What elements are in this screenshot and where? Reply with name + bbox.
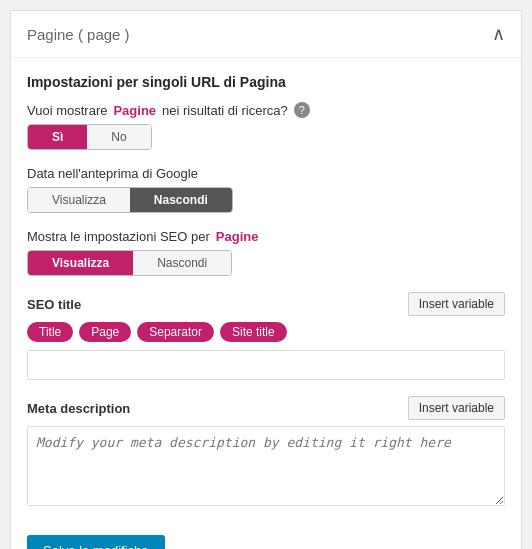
- panel-header: Pagine ( page ) ∧: [11, 11, 521, 58]
- search-label-suffix: nei risultati di ricerca?: [162, 103, 288, 118]
- seo-settings-toggle: Visualizza Nascondi: [27, 250, 232, 276]
- seo-settings-prefix: Mostra le impostazioni SEO per: [27, 229, 210, 244]
- seo-title-input[interactable]: [27, 350, 505, 380]
- insert-variable-button-meta[interactable]: Insert variable: [408, 396, 505, 420]
- panel: Pagine ( page ) ∧ Impostazioni per singo…: [10, 10, 522, 549]
- search-results-label: Vuoi mostrare Pagine nei risultati di ri…: [27, 102, 505, 118]
- si-button[interactable]: Sì: [28, 125, 87, 149]
- tag-site-title[interactable]: Site title: [220, 322, 287, 342]
- tag-separator[interactable]: Separator: [137, 322, 214, 342]
- visualizza-button-google[interactable]: Visualizza: [28, 188, 130, 212]
- meta-title-row: Meta description Insert variable: [27, 396, 505, 420]
- seo-title-tags: Title Page Separator Site title: [27, 322, 505, 342]
- panel-body: Impostazioni per singoli URL di Pagina V…: [11, 58, 521, 525]
- nascondi-button-seo[interactable]: Nascondi: [133, 251, 231, 275]
- meta-description-label: Meta description: [27, 401, 130, 416]
- google-preview-toggle: Visualizza Nascondi: [27, 187, 233, 213]
- panel-title-text: Pagine: [27, 26, 74, 43]
- google-preview-field: Data nell'anteprima di Google Visualizza…: [27, 166, 505, 213]
- seo-title-row: SEO title Insert variable: [27, 292, 505, 316]
- si-no-toggle: Sì No: [27, 124, 152, 150]
- tag-title[interactable]: Title: [27, 322, 73, 342]
- panel-title-extra: ( page ): [78, 26, 130, 43]
- search-label-prefix: Vuoi mostrare: [27, 103, 107, 118]
- search-label-highlight: Pagine: [113, 103, 156, 118]
- collapse-icon[interactable]: ∧: [492, 23, 505, 45]
- seo-settings-label: Mostra le impostazioni SEO per Pagine: [27, 229, 505, 244]
- visualizza-button-seo[interactable]: Visualizza: [28, 251, 133, 275]
- meta-description-textarea[interactable]: [27, 426, 505, 506]
- seo-settings-field: Mostra le impostazioni SEO per Pagine Vi…: [27, 229, 505, 276]
- seo-settings-highlight: Pagine: [216, 229, 259, 244]
- google-preview-label: Data nell'anteprima di Google: [27, 166, 505, 181]
- no-button[interactable]: No: [87, 125, 150, 149]
- help-icon[interactable]: ?: [294, 102, 310, 118]
- seo-title-field: SEO title Insert variable Title Page Sep…: [27, 292, 505, 380]
- tag-page[interactable]: Page: [79, 322, 131, 342]
- nascondi-button-google[interactable]: Nascondi: [130, 188, 232, 212]
- save-button[interactable]: Salva le modifiche: [27, 535, 165, 549]
- panel-title: Pagine ( page ): [27, 26, 130, 43]
- search-results-field: Vuoi mostrare Pagine nei risultati di ri…: [27, 102, 505, 150]
- meta-description-section: Meta description Insert variable: [27, 396, 505, 509]
- section-title: Impostazioni per singoli URL di Pagina: [27, 74, 505, 90]
- seo-title-label: SEO title: [27, 297, 81, 312]
- insert-variable-button-seo[interactable]: Insert variable: [408, 292, 505, 316]
